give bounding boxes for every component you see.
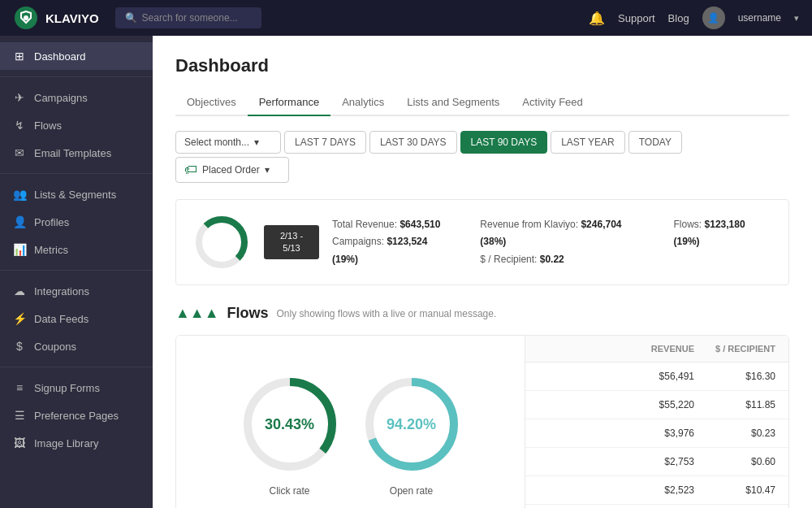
sidebar-label-email-templates: Email Templates <box>34 147 111 159</box>
sidebar-item-email-templates[interactable]: ✉ Email Templates <box>0 139 153 167</box>
table-row[interactable]: $2,217 $1.77 <box>525 505 788 508</box>
top-navigation: KLAVIYO 🔍 🔔 Support Blog 👤 username ▾ <box>0 0 812 36</box>
avatar[interactable]: 👤 <box>702 7 725 29</box>
stat-group-klaviyo: Revenue from Klaviyo: $246,704 (38%) $ /… <box>480 216 647 269</box>
search-icon: 🔍 <box>125 12 137 24</box>
flows-table-header: Revenue $ / Recipient <box>525 336 788 363</box>
tab-analytics[interactable]: Analytics <box>330 89 395 116</box>
click-rate-label: Click rate <box>269 485 309 497</box>
month-select-label: Select month... <box>184 137 249 148</box>
notification-bell-icon[interactable]: 🔔 <box>589 11 605 26</box>
sidebar-item-integrations[interactable]: ☁ Integrations <box>0 277 153 305</box>
revenue-cell: $2,753 <box>538 456 694 467</box>
tabs-bar: Objectives Performance Analytics Lists a… <box>175 89 789 116</box>
integrations-icon: ☁ <box>13 284 26 297</box>
sidebar-label-lists-segments: Lists & Segments <box>34 189 116 201</box>
sidebar-label-image-library: Image Library <box>34 437 98 449</box>
sidebar-item-metrics[interactable]: 📊 Metrics <box>0 236 153 263</box>
sidebar-item-lists-segments[interactable]: 👥 Lists & Segments <box>0 180 153 208</box>
sidebar-item-campaigns[interactable]: ✈ Campaigns <box>0 84 153 111</box>
period-btn-lastyear[interactable]: LAST YEAR <box>551 131 625 154</box>
klaviyo-revenue-label: Revenue from Klaviyo: <box>480 219 578 230</box>
stats-summary-row: 2/13 - 5/13 Total Revenue: $643,510 Camp… <box>175 199 789 285</box>
flows-section-header: ▲▲▲ Flows Only showing flows with a live… <box>175 305 789 322</box>
period-btn-today[interactable]: TODAY <box>628 131 682 154</box>
search-bar[interactable]: 🔍 <box>115 7 261 28</box>
recipient-cell: $16.30 <box>694 371 775 382</box>
date-range-line1: 2/13 - <box>270 230 313 242</box>
table-row[interactable]: $2,523 $10.47 <box>525 476 788 505</box>
sidebar-item-flows[interactable]: ↯ Flows <box>0 111 153 139</box>
period-btn-last30[interactable]: LAST 30 DAYS <box>369 131 457 154</box>
recipient-value: $0.22 <box>540 254 564 265</box>
table-row[interactable]: $56,491 $16.30 <box>525 363 788 391</box>
sidebar-item-data-feeds[interactable]: ⚡ Data Feeds <box>0 305 153 332</box>
sidebar-item-profiles[interactable]: 👤 Profiles <box>0 208 153 236</box>
klaviyo-revenue-stat: Revenue from Klaviyo: $246,704 (38%) <box>480 216 647 251</box>
sidebar-label-data-feeds: Data Feeds <box>34 313 89 325</box>
sidebar-item-image-library[interactable]: 🖼 Image Library <box>0 429 153 457</box>
recipient-cell: $0.23 <box>694 428 775 439</box>
period-btn-last90[interactable]: LAST 90 DAYS <box>460 131 548 154</box>
table-row[interactable]: $55,220 $11.85 <box>525 391 788 419</box>
flows-table-panel: Revenue $ / Recipient $56,491 $16.30 $55… <box>525 336 788 508</box>
recipient-cell: $10.47 <box>694 484 775 496</box>
date-range-line2: 5/13 <box>270 242 313 254</box>
username-label: username <box>738 12 781 24</box>
filter-badge-label: Placed Order <box>202 164 260 176</box>
revenue-cell: $55,220 <box>538 399 694 410</box>
table-row[interactable]: $2,753 $0.60 <box>525 448 788 476</box>
open-rate-label: Open rate <box>390 485 433 497</box>
flows-area: 30.43% Click rate 94.20% Open rate <box>175 335 789 508</box>
total-revenue-stat: Total Revenue: $643,510 <box>332 216 454 234</box>
month-select[interactable]: Select month... ▾ <box>175 131 281 154</box>
tab-objectives[interactable]: Objectives <box>175 89 248 116</box>
sidebar-item-coupons[interactable]: $ Coupons <box>0 332 153 360</box>
table-row[interactable]: $3,976 $0.23 <box>525 419 788 448</box>
flows-section-title: Flows <box>227 305 268 322</box>
recipient-cell: $11.85 <box>694 399 775 410</box>
blog-link[interactable]: Blog <box>668 12 689 24</box>
sidebar-label-preference-pages: Preference Pages <box>34 410 119 422</box>
sidebar-item-signup-forms[interactable]: ≡ Signup Forms <box>0 374 153 402</box>
sidebar-divider-2 <box>0 173 153 174</box>
period-btn-last7[interactable]: LAST 7 DAYS <box>284 131 366 154</box>
stat-group-revenue: Total Revenue: $643,510 Campaigns: $123,… <box>332 216 454 269</box>
support-link[interactable]: Support <box>618 12 655 24</box>
sidebar-label-profiles: Profiles <box>34 216 69 228</box>
tab-performance[interactable]: Performance <box>248 89 330 116</box>
month-select-chevron-icon: ▾ <box>254 137 259 148</box>
sidebar-item-dashboard[interactable]: ⊞ Dashboard <box>0 42 153 70</box>
total-revenue-label: Total Revenue: <box>332 219 397 230</box>
sidebar-divider-3 <box>0 270 153 271</box>
click-rate-value: 30.43% <box>265 416 314 433</box>
search-input[interactable] <box>142 12 248 24</box>
svg-point-1 <box>24 15 28 20</box>
placed-order-filter[interactable]: 🏷 Placed Order ▾ <box>175 157 289 183</box>
sidebar-divider-1 <box>0 76 153 77</box>
tab-activity-feed[interactable]: Activity Feed <box>511 89 594 116</box>
lists-segments-icon: 👥 <box>13 188 26 201</box>
stats-donut-chart <box>192 213 251 271</box>
flows-stat: Flows: $123,180 (19%) <box>674 216 772 251</box>
flows-chart-panel: 30.43% Click rate 94.20% Open rate <box>176 336 525 508</box>
recipient-stat: $ / Recipient: $0.22 <box>480 251 647 269</box>
open-rate-donut: 94.20% <box>359 371 464 477</box>
recipient-cell: $0.60 <box>694 456 775 467</box>
brand-name: KLAVIYO <box>45 11 99 25</box>
nav-actions: 🔔 Support Blog 👤 username ▾ <box>589 7 799 29</box>
sidebar-label-campaigns: Campaigns <box>34 92 88 104</box>
preference-pages-icon: ☰ <box>13 409 26 422</box>
sidebar-label-integrations: Integrations <box>34 285 89 297</box>
flows-table-body: $56,491 $16.30 $55,220 $11.85 $3,976 $0.… <box>525 363 788 508</box>
tab-lists-segments[interactable]: Lists and Segments <box>395 89 511 116</box>
campaigns-icon: ✈ <box>13 91 26 104</box>
main-layout: ⊞ Dashboard ✈ Campaigns ↯ Flows ✉ Email … <box>0 36 812 508</box>
flows-section-icon: ▲▲▲ <box>175 305 218 322</box>
account-chevron-icon[interactable]: ▾ <box>794 13 799 24</box>
open-rate-chart: 94.20% Open rate <box>359 371 464 497</box>
click-rate-chart: 30.43% Click rate <box>237 371 343 497</box>
logo[interactable]: KLAVIYO <box>13 5 99 31</box>
sidebar-item-preference-pages[interactable]: ☰ Preference Pages <box>0 402 153 429</box>
sidebar-label-flows: Flows <box>34 119 62 132</box>
